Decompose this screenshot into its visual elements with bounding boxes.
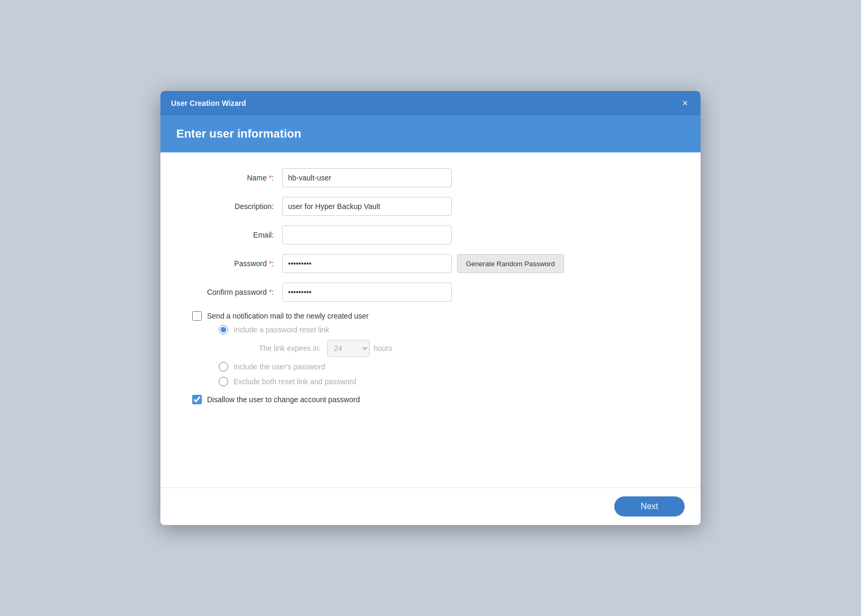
dialog-header: Enter user information	[160, 115, 701, 152]
name-row: Name *:	[176, 168, 685, 187]
radio-exclude-both[interactable]	[219, 377, 228, 386]
disallow-password-change-label[interactable]: Disallow the user to change account pass…	[207, 395, 360, 404]
dialog-titlebar: User Creation Wizard ×	[160, 91, 701, 115]
name-input[interactable]	[282, 168, 452, 187]
dialog-overlay: User Creation Wizard × Enter user inform…	[0, 0, 861, 616]
link-expires-select[interactable]: 24 12 6 48 72	[327, 340, 370, 357]
dialog-header-title: Enter user information	[176, 127, 685, 141]
radio-include-password-label[interactable]: Include the user's password	[234, 363, 325, 371]
hours-label: hours	[374, 344, 392, 352]
email-row: Email:	[176, 225, 685, 244]
password-label: Password *:	[176, 259, 282, 268]
notification-section: Send a notification mail to the newly cr…	[192, 311, 685, 386]
password-row: Password *: Generate Random Password	[176, 254, 685, 273]
name-label: Name *:	[176, 174, 282, 182]
email-label: Email:	[176, 231, 282, 239]
email-input[interactable]	[282, 225, 452, 244]
notification-checkbox-row: Send a notification mail to the newly cr…	[192, 311, 685, 321]
description-input[interactable]	[282, 197, 452, 216]
radio-section: Include a password reset link The link e…	[219, 325, 685, 386]
link-expires-label: The link expires in:	[259, 344, 321, 352]
dialog: User Creation Wizard × Enter user inform…	[160, 91, 701, 525]
confirm-password-row: Confirm password *:	[176, 283, 685, 302]
confirm-password-input[interactable]	[282, 283, 452, 302]
radio-row-2: Include the user's password	[219, 362, 685, 372]
radio-row-1: Include a password reset link	[219, 325, 685, 334]
password-input[interactable]	[282, 254, 452, 273]
confirm-password-label: Confirm password *:	[176, 288, 282, 296]
notification-checkbox[interactable]	[192, 311, 202, 321]
disallow-section: Disallow the user to change account pass…	[192, 395, 685, 404]
dialog-body: Name *: Description: Email: Password *:	[160, 152, 701, 487]
next-button[interactable]: Next	[614, 496, 685, 517]
dialog-footer: Next	[160, 487, 701, 525]
notification-checkbox-label[interactable]: Send a notification mail to the newly cr…	[207, 312, 369, 320]
radio-include-reset-link-label[interactable]: Include a password reset link	[234, 325, 329, 334]
radio-include-reset-link[interactable]	[219, 325, 228, 334]
radio-exclude-both-label[interactable]: Exclude both reset link and password	[234, 377, 356, 386]
dialog-title: User Creation Wizard	[171, 99, 246, 107]
close-button[interactable]: ×	[680, 97, 690, 109]
radio-include-password[interactable]	[219, 362, 228, 372]
confirm-password-required-star: *	[269, 288, 272, 296]
generate-password-button[interactable]: Generate Random Password	[457, 254, 564, 273]
disallow-password-change-checkbox[interactable]	[192, 395, 202, 404]
name-required-star: *	[269, 174, 272, 182]
disallow-row: Disallow the user to change account pass…	[192, 395, 685, 404]
radio-row-3: Exclude both reset link and password	[219, 377, 685, 386]
link-expires-row: The link expires in: 24 12 6 48 72 hours	[259, 340, 685, 357]
password-required-star: *	[269, 259, 272, 268]
description-row: Description:	[176, 197, 685, 216]
description-label: Description:	[176, 202, 282, 211]
